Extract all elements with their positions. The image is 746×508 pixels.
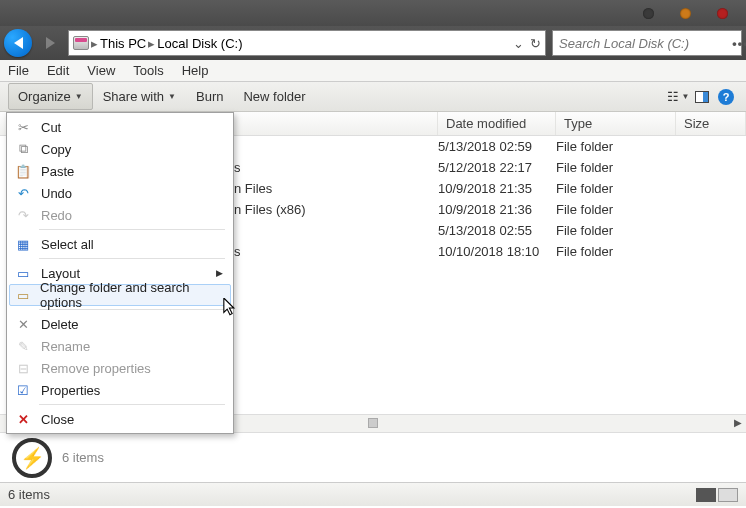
search-box[interactable]: •••	[552, 30, 742, 56]
rename-icon: ✎	[15, 338, 31, 354]
breadcrumb-separator: ▸	[148, 36, 155, 51]
organize-menu: ✂Cut ⧉Copy 📋Paste ↶Undo ↷Redo ▦Select al…	[6, 112, 234, 434]
file-type: File folder	[556, 244, 676, 259]
menu-copy[interactable]: ⧉Copy	[9, 138, 231, 160]
menu-bar: File Edit View Tools Help	[0, 60, 746, 82]
navigation-bar: ▸ This PC ▸ Local Disk (C:) ⌄ ↻ •••	[0, 26, 746, 60]
menu-change-options[interactable]: ▭Change folder and search options	[9, 284, 231, 306]
breadcrumb-root[interactable]: This PC	[100, 36, 146, 51]
file-type: File folder	[556, 160, 676, 175]
close-icon: ✕	[15, 411, 31, 427]
help-icon: ?	[718, 89, 734, 105]
undo-icon: ↶	[15, 185, 31, 201]
organize-button[interactable]: Organize▼	[8, 83, 93, 110]
preview-pane-button[interactable]	[692, 87, 712, 107]
search-more-icon[interactable]: •••	[732, 36, 746, 51]
file-type: File folder	[556, 202, 676, 217]
copy-icon: ⧉	[15, 141, 31, 157]
refresh-icon[interactable]: ↻	[530, 36, 541, 51]
arrow-right-icon	[46, 37, 55, 49]
forward-button	[36, 29, 64, 57]
status-view-icon-1[interactable]	[696, 488, 716, 502]
status-view-icon-2[interactable]	[718, 488, 738, 502]
details-text: 6 items	[62, 450, 104, 465]
view-mode-button[interactable]: ☷ ▼	[668, 87, 688, 107]
burn-button[interactable]: Burn	[186, 83, 233, 110]
address-bar[interactable]: ▸ This PC ▸ Local Disk (C:) ⌄ ↻	[68, 30, 546, 56]
menu-paste[interactable]: 📋Paste	[9, 160, 231, 182]
menu-cut[interactable]: ✂Cut	[9, 116, 231, 138]
file-date: 5/13/2018 02:59	[438, 139, 556, 154]
properties-icon: ☑	[15, 382, 31, 398]
select-all-icon: ▦	[15, 236, 31, 252]
layout-icon: ▭	[15, 265, 31, 281]
maximize-button[interactable]	[680, 8, 691, 19]
file-date: 5/12/2018 22:17	[438, 160, 556, 175]
menu-edit[interactable]: Edit	[47, 63, 69, 78]
address-dropdown-icon[interactable]: ⌄	[513, 36, 524, 51]
column-date[interactable]: Date modified	[438, 112, 556, 135]
arrow-left-icon	[14, 37, 23, 49]
details-pane: ⚡ 6 items	[0, 432, 746, 482]
file-date: 5/13/2018 02:55	[438, 223, 556, 238]
submenu-arrow-icon: ▶	[216, 268, 223, 278]
menu-undo[interactable]: ↶Undo	[9, 182, 231, 204]
minimize-button[interactable]	[643, 8, 654, 19]
menu-view[interactable]: View	[87, 63, 115, 78]
scrollbar-thumb[interactable]	[368, 418, 378, 428]
menu-redo: ↷Redo	[9, 204, 231, 226]
remove-props-icon: ⊟	[15, 360, 31, 376]
scroll-right-icon[interactable]: ▶	[734, 417, 742, 428]
file-date: 10/9/2018 21:36	[438, 202, 556, 217]
menu-properties[interactable]: ☑Properties	[9, 379, 231, 401]
window-close-button[interactable]	[717, 8, 728, 19]
menu-separator	[39, 404, 225, 405]
file-type: File folder	[556, 223, 676, 238]
column-size[interactable]: Size	[676, 112, 746, 135]
status-bar: 6 items	[0, 482, 746, 506]
titlebar	[0, 0, 746, 26]
file-type: File folder	[556, 139, 676, 154]
delete-icon: ✕	[15, 316, 31, 332]
menu-tools[interactable]: Tools	[133, 63, 163, 78]
menu-remove-properties: ⊟Remove properties	[9, 357, 231, 379]
menu-select-all[interactable]: ▦Select all	[9, 233, 231, 255]
file-date: 10/10/2018 18:10	[438, 244, 556, 259]
menu-separator	[39, 229, 225, 230]
file-date: 10/9/2018 21:35	[438, 181, 556, 196]
chevron-down-icon: ▼	[75, 92, 83, 101]
paste-icon: 📋	[15, 163, 31, 179]
drive-icon	[73, 36, 89, 50]
column-type[interactable]: Type	[556, 112, 676, 135]
new-folder-button[interactable]: New folder	[233, 83, 315, 110]
menu-separator	[39, 258, 225, 259]
file-type: File folder	[556, 181, 676, 196]
status-text: 6 items	[8, 487, 50, 502]
menu-file[interactable]: File	[8, 63, 29, 78]
help-button[interactable]: ?	[716, 87, 736, 107]
menu-rename: ✎Rename	[9, 335, 231, 357]
toolbar: Organize▼ Share with▼ Burn New folder ☷ …	[0, 82, 746, 112]
back-button[interactable]	[4, 29, 32, 57]
share-with-button[interactable]: Share with▼	[93, 83, 186, 110]
drive-large-icon: ⚡	[12, 438, 52, 478]
menu-delete[interactable]: ✕Delete	[9, 313, 231, 335]
cut-icon: ✂	[15, 119, 31, 135]
menu-help[interactable]: Help	[182, 63, 209, 78]
breadcrumb-location[interactable]: Local Disk (C:)	[157, 36, 242, 51]
chevron-down-icon: ▼	[168, 92, 176, 101]
breadcrumb-separator: ▸	[91, 36, 98, 51]
folder-options-icon: ▭	[15, 287, 30, 303]
search-input[interactable]	[559, 36, 728, 51]
redo-icon: ↷	[15, 207, 31, 223]
menu-close[interactable]: ✕Close	[9, 408, 231, 430]
